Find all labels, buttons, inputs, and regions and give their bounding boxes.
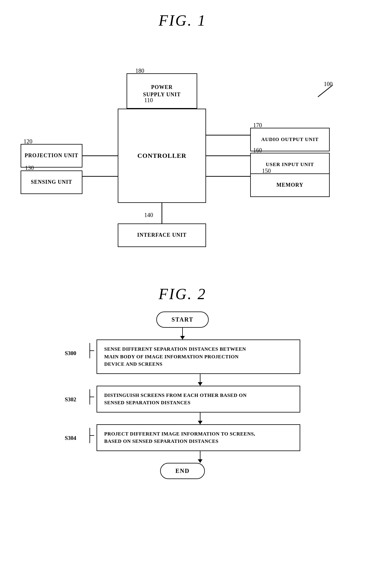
end-oval: END	[160, 463, 205, 479]
box-memory: MEMORY	[250, 173, 330, 197]
ref-100-arrow	[315, 84, 336, 98]
arrow-4	[200, 451, 201, 463]
start-oval: START	[156, 312, 209, 328]
arrow-2	[200, 374, 201, 386]
box-power: POWERSUPPLY UNIT	[127, 73, 197, 109]
box-s300: SENSE DIFFERENT SEPARATION DISTANCES BET…	[97, 339, 300, 374]
fig1-diagram: 180 POWERSUPPLY UNIT 100 110 CONTROLLER …	[21, 38, 344, 268]
arrow-3	[200, 413, 201, 424]
step-s302-row: S302 DISTINGUISH SCREENS FROM EACH OTHER…	[65, 386, 300, 413]
box-controller: CONTROLLER	[118, 109, 206, 203]
label-s302: S302	[65, 390, 88, 403]
label-s304: S304	[65, 429, 88, 441]
step-s304-row: S304 PROJECT DIFFERENT IMAGE INFORMATION…	[65, 424, 300, 451]
fig2-title: FIG. 2	[18, 285, 347, 303]
box-audio: AUDIO OUTPUT UNIT	[250, 128, 330, 151]
fig1-title: FIG. 1	[18, 12, 347, 29]
box-interface: INTERFACE UNIT	[118, 223, 206, 247]
fig2-diagram: START S300 SENSE DIFFERENT SEPARATION DI…	[35, 312, 330, 479]
step-s300-row: S300 SENSE DIFFERENT SEPARATION DISTANCE…	[65, 339, 300, 374]
ref-140: 140	[144, 212, 153, 218]
arrow-1	[182, 328, 183, 339]
svg-line-7	[318, 85, 333, 97]
box-sensing: SENSING UNIT	[21, 170, 82, 194]
label-s300: S300	[65, 344, 88, 357]
box-s302: DISTINGUISH SCREENS FROM EACH OTHER BASE…	[97, 386, 300, 413]
box-projection: PROJECTION UNIT	[21, 144, 82, 168]
ref-110: 110	[144, 97, 153, 104]
box-s304: PROJECT DIFFERENT IMAGE INFORMATION TO S…	[97, 424, 300, 451]
